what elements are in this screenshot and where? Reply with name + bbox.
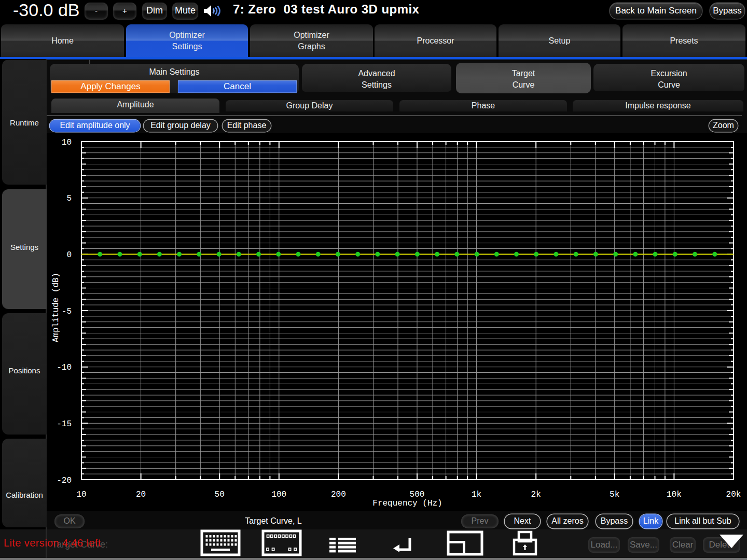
svg-text:10: 10: [76, 490, 86, 499]
svg-text:Amplitude (dB): Amplitude (dB): [51, 273, 61, 342]
svg-text:-15: -15: [57, 419, 72, 429]
svg-text:-5: -5: [62, 307, 72, 316]
svg-text:10k: 10k: [667, 490, 682, 499]
svg-text:5: 5: [66, 194, 72, 203]
svg-text:-20: -20: [57, 476, 72, 485]
svg-text:10: 10: [62, 138, 72, 147]
svg-text:0: 0: [66, 250, 72, 260]
svg-text:1k: 1k: [472, 490, 481, 499]
svg-text:50: 50: [215, 490, 225, 499]
svg-text:5k: 5k: [610, 490, 619, 499]
svg-text:100: 100: [271, 490, 286, 499]
svg-text:20k: 20k: [726, 490, 741, 499]
svg-text:200: 200: [331, 490, 346, 499]
svg-text:2k: 2k: [531, 490, 541, 499]
svg-text:Frequency (Hz): Frequency (Hz): [372, 499, 442, 508]
svg-text:20: 20: [136, 490, 146, 499]
svg-text:-10: -10: [57, 363, 72, 372]
svg-text:500: 500: [410, 490, 425, 499]
